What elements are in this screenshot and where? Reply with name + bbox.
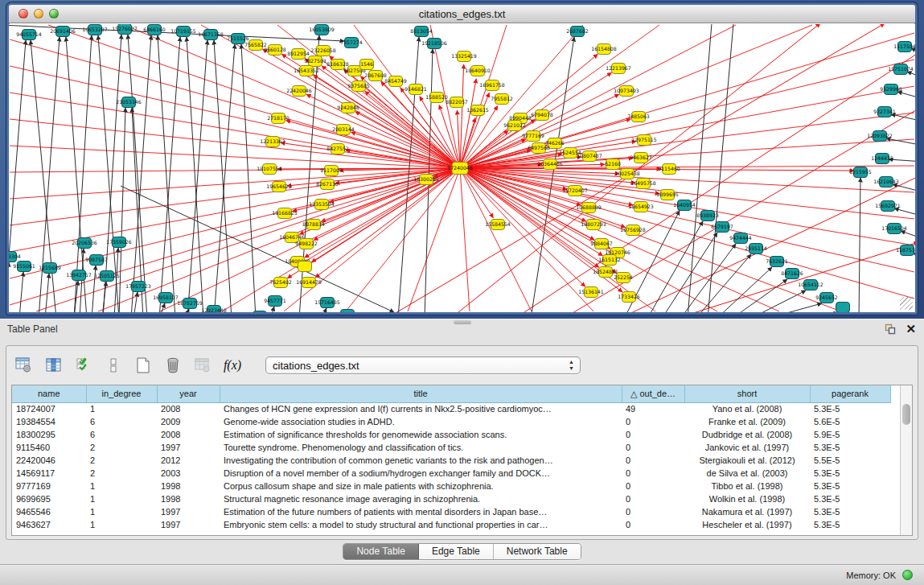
tab-network-table[interactable]: Network Table xyxy=(494,544,581,559)
table-cell: Structural magnetic resonance image aver… xyxy=(220,492,622,505)
table-row[interactable]: 911546021997Tourette syndrome. Phenomeno… xyxy=(12,441,890,454)
table-cell: 0 xyxy=(622,505,684,518)
graph-node-label: 8454749 xyxy=(384,78,407,84)
graph-node-label: 9097587 xyxy=(85,257,108,262)
table-cell: Tibbo et al. (1998) xyxy=(684,480,810,492)
table-cell: 5.3E-5 xyxy=(810,467,890,480)
table-cell: 0 xyxy=(622,441,684,454)
select-all-columns-icon[interactable] xyxy=(74,356,93,375)
table-row[interactable]: 946362711997Embryonic stem cells: a mode… xyxy=(12,518,890,531)
graph-node-label: 1546 xyxy=(360,61,373,67)
table-row[interactable]: 1830029562008Estimation of significance … xyxy=(12,428,890,441)
column-header-short[interactable]: short xyxy=(684,385,810,402)
table-cell: 2003 xyxy=(157,467,220,480)
table-row[interactable]: 1938455462009Genome-wide association stu… xyxy=(12,415,890,428)
float-panel-icon[interactable] xyxy=(885,323,896,335)
table-options-icon[interactable] xyxy=(14,356,34,375)
tab-edge-table[interactable]: Edge Table xyxy=(419,544,494,559)
column-header-out_de[interactable]: △ out_de… xyxy=(622,385,684,402)
function-builder-icon[interactable]: f(x) xyxy=(223,356,242,375)
table-cell: 1997 xyxy=(157,441,220,454)
graph-node-label: 8186328 xyxy=(326,61,349,67)
table-panel-title: Table Panel xyxy=(7,323,58,335)
graph-node-label: 15751074 xyxy=(888,66,914,72)
graph-node-label: 16671358 xyxy=(198,31,224,37)
scrollbar-thumb[interactable] xyxy=(902,404,910,425)
column-header-name[interactable]: name xyxy=(12,385,86,402)
table-cell: Genome-wide association studies in ADHD. xyxy=(220,415,622,428)
table-cell: 5.3E-5 xyxy=(810,492,890,505)
graph-node[interactable] xyxy=(253,311,267,313)
graph-node-label: 8215955 xyxy=(849,169,872,175)
graph-edge xyxy=(708,24,733,312)
table-row[interactable]: 969969511998Structural magnetic resonanc… xyxy=(12,492,890,505)
graph-node-label: 6466160 xyxy=(143,27,166,32)
tab-node-table[interactable]: Node Table xyxy=(343,544,419,559)
show-columns-icon[interactable] xyxy=(44,356,64,375)
column-header-in_degree[interactable]: in_degree xyxy=(86,385,157,402)
column-header-year[interactable]: year xyxy=(157,385,220,402)
delete-columns-icon[interactable] xyxy=(163,356,183,375)
graph-node[interactable] xyxy=(341,310,355,313)
table-cell: 0 xyxy=(622,492,684,505)
graph-edge xyxy=(36,168,460,311)
graph-edge xyxy=(241,44,256,312)
graph-node-label: 20691406 xyxy=(50,28,76,34)
network-window[interactable]: citations_edges.txt 75658229660128891295… xyxy=(6,2,918,315)
graph-node-label: 1733426 xyxy=(618,294,640,299)
table-row[interactable]: 946554611997Estimation of the future num… xyxy=(12,505,890,518)
network-window-titlebar[interactable]: citations_edges.txt xyxy=(9,5,915,23)
table-cell: Stergiakouli et al. (2012) xyxy=(684,454,810,467)
graph-node-label: 20206536 xyxy=(72,240,97,245)
graph-node-label: 9457771 xyxy=(264,298,286,303)
network-canvas[interactable]: 7565822966012889129542322605898275031654… xyxy=(9,24,915,312)
graph-node-label: 9827503 xyxy=(304,58,326,64)
graph-node[interactable] xyxy=(298,262,312,272)
table-row[interactable]: 1456911722003Disruption of a novel membe… xyxy=(12,467,890,480)
column-header-title[interactable]: title xyxy=(220,385,622,402)
table-selector-dropdown[interactable]: citations_edges.txt ▲▼ xyxy=(265,356,581,374)
graph-edge xyxy=(322,308,326,312)
import-table-disabled-icon xyxy=(193,356,212,375)
graph-node-label: 17359026 xyxy=(106,239,132,245)
graph-node-label: 2718170 xyxy=(267,115,290,121)
resize-grip[interactable] xyxy=(900,297,913,310)
table-cell: 9465546 xyxy=(12,505,86,518)
graph-node-label: 19218506 xyxy=(421,40,447,46)
table-row[interactable]: 1872400712008Changes of HCN gene express… xyxy=(12,402,890,415)
graph-node-label: 20364486 xyxy=(537,161,563,167)
graph-node-label: 10973493 xyxy=(614,88,639,93)
table-cell: Investigating the contribution of common… xyxy=(220,454,622,467)
table-row[interactable]: 2242004622012Investigating the contribut… xyxy=(12,454,890,467)
column-header-pagerank[interactable]: pagerank xyxy=(810,385,890,402)
create-new-column-icon[interactable] xyxy=(133,356,153,375)
graph-node-label: 18300295 xyxy=(413,176,439,182)
graph-node-label: 62160 xyxy=(605,161,621,167)
graph-node-label: 1117504 xyxy=(893,43,915,49)
table-cell: Hescheler et al. (1997) xyxy=(684,518,810,531)
table-panel: Table Panel ✕ xyxy=(0,319,924,564)
table-cell: 0 xyxy=(622,415,684,428)
graph-node-label: 6679197 xyxy=(711,224,733,229)
table-cell: 1 xyxy=(86,402,157,415)
hide-columns-icon[interactable] xyxy=(104,356,123,375)
table-cell: Estimation of the future numbers of pati… xyxy=(220,505,622,518)
close-panel-icon[interactable]: ✕ xyxy=(906,322,916,336)
table-tabbar: Node TableEdge TableNetwork Table xyxy=(0,543,924,560)
network-graph[interactable]: 7565822966012889129542322605898275031654… xyxy=(9,24,915,312)
network-window-title: citations_edges.txt xyxy=(9,8,915,20)
table-cell: Dudbridge et al. (2008) xyxy=(684,428,810,441)
node-table: namein_degreeyeartitle△ out_de…shortpage… xyxy=(12,385,891,531)
table-row[interactable]: 977716911998Corpus callosum shape and si… xyxy=(12,480,890,492)
table-header-row: namein_degreeyeartitle△ out_de…shortpage… xyxy=(12,385,890,402)
graph-edge xyxy=(688,24,712,312)
graph-node-label: 10807487 xyxy=(577,153,602,159)
graph-node-label: 1913304 xyxy=(9,253,21,259)
graph-node[interactable] xyxy=(836,303,850,313)
table-vertical-scrollbar[interactable] xyxy=(900,385,912,535)
table-cell: 9115460 xyxy=(12,441,86,454)
graph-node-label: 19166825 xyxy=(272,210,298,216)
graph-edge xyxy=(460,86,914,168)
graph-edge xyxy=(750,290,806,312)
graph-node-label: 16914479 xyxy=(296,279,322,285)
